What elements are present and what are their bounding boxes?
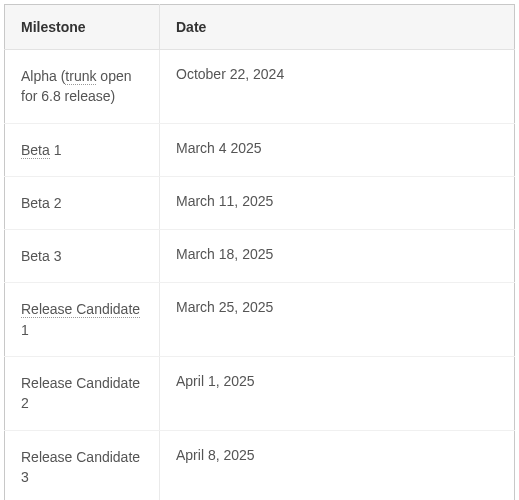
date-cell: October 22, 2024 <box>160 50 515 124</box>
date-cell: March 11, 2025 <box>160 176 515 229</box>
table-header-row: Milestone Date <box>5 5 515 50</box>
date-cell: April 8, 2025 <box>160 430 515 500</box>
milestone-text-suffix: 1 <box>21 322 29 338</box>
table-row: Release Candidate 1 March 25, 2025 <box>5 283 515 357</box>
release-schedule-table: Milestone Date Alpha (trunk open for 6.8… <box>4 4 515 500</box>
glossary-term[interactable]: trunk <box>65 68 96 85</box>
milestone-cell: Release Candidate 3 <box>5 430 160 500</box>
milestone-cell: Beta 2 <box>5 176 160 229</box>
table-row: Beta 3 March 18, 2025 <box>5 230 515 283</box>
table-row: Release Candidate 3 April 8, 2025 <box>5 430 515 500</box>
date-cell: March 4 2025 <box>160 123 515 176</box>
header-milestone: Milestone <box>5 5 160 50</box>
glossary-term[interactable]: Release Candidate <box>21 301 140 318</box>
milestone-text-suffix: 1 <box>50 142 62 158</box>
milestone-cell: Release Candidate 1 <box>5 283 160 357</box>
milestone-text-prefix: Alpha ( <box>21 68 65 84</box>
table-row: Beta 1 March 4 2025 <box>5 123 515 176</box>
date-cell: March 18, 2025 <box>160 230 515 283</box>
header-date: Date <box>160 5 515 50</box>
table-row: Alpha (trunk open for 6.8 release) Octob… <box>5 50 515 124</box>
table-row: Beta 2 March 11, 2025 <box>5 176 515 229</box>
milestone-cell: Release Candidate 2 <box>5 357 160 431</box>
date-cell: March 25, 2025 <box>160 283 515 357</box>
milestone-cell: Beta 1 <box>5 123 160 176</box>
date-cell: April 1, 2025 <box>160 357 515 431</box>
milestone-cell: Alpha (trunk open for 6.8 release) <box>5 50 160 124</box>
glossary-term[interactable]: Beta <box>21 142 50 159</box>
table-row: Release Candidate 2 April 1, 2025 <box>5 357 515 431</box>
milestone-cell: Beta 3 <box>5 230 160 283</box>
